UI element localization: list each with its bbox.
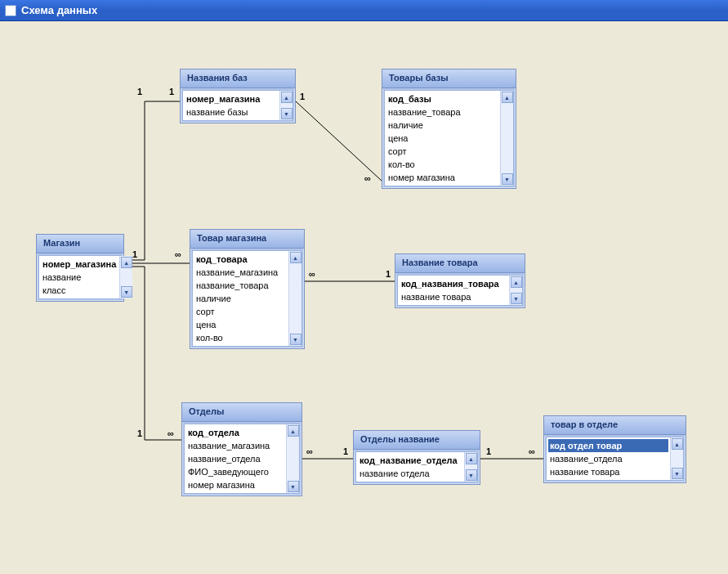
window-title: Схема данных	[21, 4, 97, 16]
field[interactable]: код_названия_товара	[401, 277, 506, 290]
cardinality-label: 1	[486, 446, 491, 456]
field-list[interactable]: код_товара название_магазина название_то…	[193, 251, 288, 346]
field[interactable]: название_отдела	[188, 452, 283, 465]
table-nazvanie-tovara[interactable]: Название товара код_названия_товара назв…	[395, 253, 525, 308]
field[interactable]: название_товара	[388, 105, 497, 119]
field[interactable]: цена	[196, 318, 285, 331]
cardinality-label: ∞	[529, 446, 535, 456]
field[interactable]: название	[42, 271, 116, 284]
cardinality-label: 1	[386, 269, 391, 279]
table-title[interactable]: Отделы название	[354, 431, 480, 450]
table-tovar-v-otdele[interactable]: товар в отделе код отдел товар название_…	[543, 415, 686, 483]
field[interactable]: сорт	[388, 145, 497, 158]
scrollbar[interactable]: ▲ ▼	[500, 91, 513, 186]
table-nazvaniya-baz[interactable]: Названия баз номер_магазина название баз…	[180, 69, 296, 123]
window-titlebar[interactable]: Схема данных	[0, 0, 728, 21]
field[interactable]: наличие	[388, 119, 497, 132]
scroll-up-icon[interactable]: ▲	[288, 425, 299, 437]
field[interactable]: название_магазина	[188, 439, 283, 452]
scroll-up-icon[interactable]: ▲	[511, 276, 522, 288]
scroll-down-icon[interactable]: ▼	[290, 334, 301, 345]
field[interactable]: номер_магазина	[42, 258, 116, 271]
scroll-up-icon[interactable]: ▲	[672, 438, 683, 450]
table-title[interactable]: товар в отделе	[544, 416, 686, 435]
field[interactable]: номер_магазина	[186, 92, 276, 105]
scroll-up-icon[interactable]: ▲	[466, 453, 477, 464]
scrollbar[interactable]: ▲ ▼	[670, 437, 683, 480]
scrollbar[interactable]: ▲ ▼	[286, 424, 299, 493]
field[interactable]: код_название_отдела	[360, 454, 461, 467]
field[interactable]: номер магазина	[188, 478, 283, 491]
scroll-down-icon[interactable]: ▼	[502, 173, 513, 185]
cardinality-label: 1	[137, 87, 142, 96]
table-magazin[interactable]: Магазин номер_магазина название класс ▲ …	[36, 234, 124, 302]
field-list[interactable]: номер_магазина название базы	[183, 91, 279, 120]
cardinality-label: 1	[132, 249, 137, 259]
scroll-up-icon[interactable]: ▲	[502, 92, 513, 103]
table-title[interactable]: Товары базы	[382, 70, 516, 88]
scroll-up-icon[interactable]: ▲	[290, 252, 301, 263]
table-title[interactable]: Отделы	[182, 403, 301, 422]
field[interactable]: название базы	[186, 105, 276, 119]
field[interactable]: кол-во	[196, 331, 285, 344]
cardinality-label: ∞	[306, 446, 313, 456]
app-icon	[5, 5, 16, 16]
table-title[interactable]: Товар магазина	[190, 230, 304, 249]
field[interactable]: код_базы	[388, 92, 497, 105]
table-title[interactable]: Название товара	[395, 254, 525, 273]
table-otdely-nazvanie[interactable]: Отделы название код_название_отдела назв…	[353, 430, 480, 485]
table-title[interactable]: Магазин	[37, 235, 123, 253]
field[interactable]: цена	[388, 132, 497, 145]
scroll-down-icon[interactable]: ▼	[288, 481, 299, 492]
scrollbar[interactable]: ▲ ▼	[464, 452, 477, 482]
cardinality-label: 1	[137, 428, 142, 438]
cardinality-label: ∞	[309, 269, 315, 279]
table-tovar-magazina[interactable]: Товар магазина код_товара название_магаз…	[190, 229, 305, 349]
field[interactable]: название_отдела	[550, 452, 667, 465]
field[interactable]: название_магазина	[196, 266, 285, 279]
scroll-down-icon[interactable]: ▼	[121, 286, 132, 298]
field-list[interactable]: код_название_отдела название отдела	[356, 452, 464, 482]
field-list[interactable]: код_отдела название_магазина название_от…	[185, 424, 286, 493]
scroll-down-icon[interactable]: ▼	[672, 468, 683, 479]
field[interactable]: номер магазина	[388, 171, 497, 184]
field-list[interactable]: код_названия_товара название товара	[398, 276, 509, 305]
cardinality-label: ∞	[364, 173, 371, 183]
scrollbar[interactable]: ▲ ▼	[509, 276, 522, 305]
field[interactable]: код_товара	[196, 253, 285, 266]
table-otdely[interactable]: Отделы код_отдела название_магазина назв…	[181, 402, 302, 496]
field[interactable]: название_товара	[196, 279, 285, 292]
field[interactable]: название отдела	[360, 467, 461, 480]
cardinality-label: 1	[300, 92, 305, 101]
field-list[interactable]: номер_магазина название класс	[39, 256, 119, 298]
table-title[interactable]: Названия баз	[181, 70, 295, 88]
scrollbar[interactable]: ▲ ▼	[119, 256, 132, 298]
cardinality-label: ∞	[175, 249, 181, 259]
scrollbar[interactable]: ▲ ▼	[279, 91, 293, 120]
field[interactable]: название товара	[401, 290, 506, 303]
field[interactable]: наличие	[196, 292, 285, 305]
diagram-canvas[interactable]: 1 1 1 ∞ 1 ∞ ∞ 1 1 ∞ ∞ 1 1 ∞ Названия баз…	[0, 21, 728, 574]
field[interactable]: код отдел товар	[548, 439, 668, 452]
scrollbar[interactable]: ▲ ▼	[288, 251, 301, 346]
field-list[interactable]: код отдел товар название_отдела название…	[547, 437, 670, 480]
scroll-up-icon[interactable]: ▲	[281, 92, 293, 103]
field[interactable]: кол-во	[388, 158, 497, 171]
field[interactable]: сорт	[196, 305, 285, 318]
table-tovary-bazy[interactable]: Товары базы код_базы название_товара нал…	[382, 69, 516, 189]
scroll-down-icon[interactable]: ▼	[511, 293, 522, 304]
field[interactable]: ФИО_заведующего	[188, 465, 283, 478]
field-list[interactable]: код_базы название_товара наличие цена со…	[385, 91, 500, 186]
cardinality-label: ∞	[167, 428, 174, 438]
scroll-down-icon[interactable]: ▼	[281, 108, 293, 119]
field[interactable]: класс	[42, 284, 116, 297]
cardinality-label: 1	[169, 87, 174, 96]
cardinality-label: 1	[343, 446, 348, 456]
field[interactable]: название товара	[550, 465, 667, 478]
scroll-down-icon[interactable]: ▼	[466, 469, 477, 481]
scroll-up-icon[interactable]: ▲	[121, 257, 132, 268]
field[interactable]: код_отдела	[188, 426, 283, 439]
